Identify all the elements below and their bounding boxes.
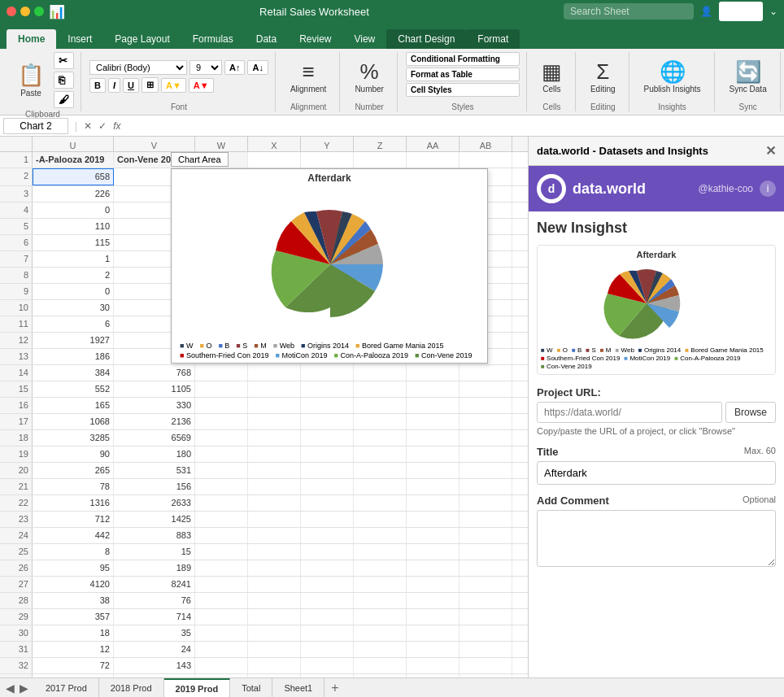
cells-button[interactable]: ▦ Cells: [535, 56, 568, 97]
ribbon-group-number: % Number Number: [342, 52, 398, 111]
format-painter-button[interactable]: 🖌: [54, 91, 74, 108]
name-box[interactable]: [3, 118, 68, 134]
sheet-tab-2018-prod[interactable]: 2018 Prod: [99, 678, 164, 697]
italic-button[interactable]: I: [108, 78, 120, 93]
chart-float[interactable]: Afterdark: [171, 168, 488, 364]
browse-button[interactable]: Browse: [725, 402, 776, 423]
ribbon-group-clipboard: 📋 Paste ✂ ⎘ 🖌 Clipboard: [5, 52, 81, 111]
grid-container[interactable]: 1 -A-Palooza 2019 Con-Vene 2019 Total 2 …: [0, 152, 528, 677]
search-input[interactable]: [564, 3, 694, 20]
row-num-23: 23: [0, 512, 33, 527]
format-as-table-button[interactable]: Format as Table: [406, 68, 520, 81]
legend-boredgame: ■ Bored Game Mania 2015: [355, 342, 444, 350]
copy-button[interactable]: ⎘: [54, 72, 74, 89]
fill-color-button[interactable]: A▼: [161, 78, 186, 93]
cut-button[interactable]: ✂: [54, 52, 74, 69]
chart-area-label: Chart Area: [171, 152, 229, 167]
tab-page-layout[interactable]: Page Layout: [103, 29, 181, 49]
tab-data[interactable]: Data: [245, 29, 288, 49]
publish-label: Publish Insights: [644, 85, 701, 94]
project-url-input[interactable]: [537, 402, 722, 423]
ribbon: 📋 Paste ✂ ⎘ 🖌 Clipboard Calibri (Body) 9: [0, 49, 784, 115]
increase-font-btn[interactable]: A↑: [224, 60, 245, 75]
tab-review[interactable]: Review: [288, 29, 342, 49]
cell-u4[interactable]: 0: [33, 203, 114, 218]
share-button[interactable]: Share: [719, 2, 763, 21]
confirm-btn[interactable]: ✓: [98, 120, 107, 132]
cell-u7[interactable]: 1: [33, 251, 114, 267]
font-name-select[interactable]: Calibri (Body): [89, 60, 187, 75]
cell-x1[interactable]: [248, 152, 301, 168]
cell-u10[interactable]: 30: [33, 300, 114, 316]
editing-button[interactable]: Σ Editing: [584, 56, 622, 97]
number-button[interactable]: % Number: [348, 56, 390, 97]
row-num-17: 17: [0, 414, 33, 429]
legend-o: ■ O: [199, 342, 211, 350]
cell-aa1[interactable]: [407, 152, 460, 168]
cell-u5[interactable]: 110: [33, 219, 114, 234]
maximize-traffic-light[interactable]: [34, 7, 44, 16]
paste-button[interactable]: 📋 Paste: [11, 59, 50, 100]
sheet-nav: ◀ ▶: [0, 678, 34, 697]
sheet-nav-prev[interactable]: ◀: [3, 682, 17, 695]
cancel-btn[interactable]: ✕: [84, 120, 92, 132]
legend-b: ■ B: [218, 342, 229, 350]
clipboard-items: 📋 Paste ✂ ⎘ 🖌: [11, 52, 74, 108]
alignment-button[interactable]: ≡ Alignment: [284, 56, 333, 97]
font-items: Calibri (Body) 9 A↑ A↓ B I U ⊞ A▼ A▼: [89, 52, 268, 101]
bold-button[interactable]: B: [89, 78, 106, 93]
tab-view[interactable]: View: [342, 29, 386, 49]
tab-format[interactable]: Format: [466, 29, 520, 49]
close-traffic-light[interactable]: [7, 7, 16, 16]
panel-close-button[interactable]: ✕: [765, 143, 776, 159]
title-input[interactable]: [537, 461, 776, 485]
sheet-tab-sheet1[interactable]: Sheet1: [272, 678, 324, 697]
conditional-formatting-button[interactable]: Conditional Formatting: [406, 52, 520, 66]
cell-u9[interactable]: 0: [33, 284, 114, 299]
number-items: % Number: [348, 52, 390, 101]
sheet-tab-2017-prod[interactable]: 2017 Prod: [34, 678, 99, 697]
user-icon: 👤: [700, 6, 712, 17]
font-size-select[interactable]: 9: [189, 60, 222, 75]
title-bar-right: 👤 Share ⌄: [564, 2, 777, 21]
row-num-2: 2: [0, 168, 33, 185]
font-color-button[interactable]: A▼: [189, 78, 214, 93]
tab-home[interactable]: Home: [7, 29, 56, 49]
cell-styles-button[interactable]: Cell Styles: [406, 83, 520, 97]
border-button[interactable]: ⊞: [142, 77, 159, 93]
cell-z1[interactable]: [354, 152, 407, 168]
ribbon-group-sync: 🔄 Sync Data Sync: [716, 52, 781, 111]
formula-input[interactable]: [124, 119, 781, 133]
sheet-tab-2019-prod[interactable]: 2019 Prod: [164, 678, 231, 697]
tab-chart-design[interactable]: Chart Design: [386, 29, 466, 49]
alignment-label: Alignment: [290, 85, 326, 94]
tab-insert[interactable]: Insert: [56, 29, 103, 49]
dw-info-button[interactable]: i: [760, 181, 776, 197]
row-num-11: 11: [0, 316, 33, 332]
cell-ab1[interactable]: [460, 152, 512, 168]
row-num-13: 13: [0, 349, 33, 364]
comment-textarea[interactable]: [537, 510, 776, 567]
underline-button[interactable]: U: [123, 78, 139, 93]
cell-u1[interactable]: -A-Palooza 2019: [33, 152, 114, 168]
sync-icon: 🔄: [735, 59, 761, 85]
decrease-font-btn[interactable]: A↓: [247, 60, 268, 75]
function-btn[interactable]: fx: [113, 120, 120, 132]
sync-data-button[interactable]: 🔄 Sync Data: [723, 56, 773, 97]
cell-u6[interactable]: 115: [33, 235, 114, 250]
legend-s: ■ S: [236, 342, 247, 350]
dw-logo: d: [537, 174, 566, 203]
grid-row-31: 31 12 24: [0, 642, 528, 658]
alignment-group-label: Alignment: [290, 101, 326, 111]
cell-u8[interactable]: 2: [33, 268, 114, 283]
add-sheet-button[interactable]: +: [324, 678, 345, 697]
tab-formulas[interactable]: Formulas: [181, 29, 245, 49]
cell-y1[interactable]: [301, 152, 354, 168]
sheet-nav-next[interactable]: ▶: [17, 682, 31, 695]
right-panel: data.world - Datasets and Insights ✕ d d…: [528, 137, 784, 677]
publish-insights-button[interactable]: 🌐 Publish Insights: [638, 56, 708, 97]
cell-u3[interactable]: 226: [33, 186, 114, 202]
minimize-traffic-light[interactable]: [20, 7, 30, 16]
cell-u2[interactable]: 658: [33, 168, 114, 185]
sheet-tab-total[interactable]: Total: [230, 678, 272, 697]
